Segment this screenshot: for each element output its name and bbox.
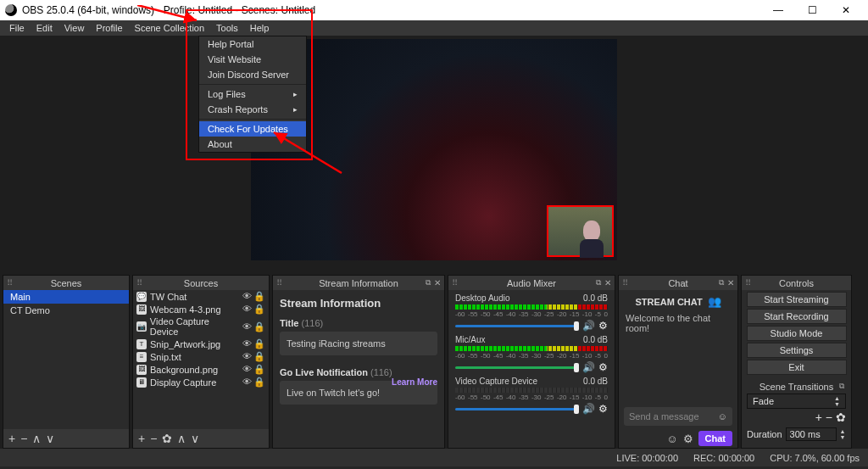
- duration-input[interactable]: [786, 427, 837, 441]
- maximize-button[interactable]: ☐: [795, 0, 829, 20]
- transition-remove-button[interactable]: −: [826, 410, 832, 424]
- visibility-icon[interactable]: 👁: [242, 291, 252, 302]
- help-menu-help-portal[interactable]: Help Portal: [199, 36, 306, 52]
- popout-icon[interactable]: ⧉: [426, 278, 431, 288]
- scene-add-button[interactable]: +: [8, 432, 15, 445]
- lock-icon[interactable]: 🔒: [253, 364, 265, 375]
- stream-info-header[interactable]: ⠿Stream Information ⧉ ✕: [273, 276, 444, 290]
- visibility-icon[interactable]: 👁: [242, 321, 252, 332]
- menu-help[interactable]: Help: [244, 21, 275, 35]
- visibility-icon[interactable]: 👁: [242, 364, 252, 375]
- controls-header[interactable]: ⠿Controls: [742, 276, 851, 290]
- scenes-list[interactable]: MainCT Demo: [3, 290, 129, 429]
- transition-props-button[interactable]: ✿: [836, 410, 846, 424]
- transition-select[interactable]: Fade ▲▼: [747, 394, 846, 409]
- menu-file[interactable]: File: [3, 21, 31, 35]
- start-recording-button[interactable]: Start Recording: [747, 309, 847, 324]
- settings-button[interactable]: Settings: [747, 343, 847, 358]
- speaker-icon[interactable]: 🔊: [582, 361, 595, 373]
- exit-button[interactable]: Exit: [747, 360, 847, 375]
- chat-settings-button[interactable]: ⚙: [683, 433, 693, 445]
- lock-icon[interactable]: 🔒: [253, 321, 265, 332]
- scene-row[interactable]: CT Demo: [3, 304, 129, 317]
- source-props-button[interactable]: ✿: [162, 432, 172, 445]
- popout-icon[interactable]: ⧉: [839, 382, 844, 391]
- help-menu-visit-website[interactable]: Visit Website: [199, 52, 306, 67]
- transition-add-button[interactable]: +: [815, 410, 822, 424]
- people-icon[interactable]: 👥: [708, 295, 721, 308]
- chat-header[interactable]: ⠿Chat ⧉ ✕: [619, 276, 737, 290]
- webcam-overlay[interactable]: [547, 205, 614, 257]
- source-row[interactable]: 📷Video Capture Device👁🔒: [133, 315, 269, 338]
- scene-remove-button[interactable]: −: [20, 432, 27, 445]
- menu-scene-collection[interactable]: Scene Collection: [129, 21, 211, 35]
- menu-edit[interactable]: Edit: [31, 21, 58, 35]
- source-add-button[interactable]: +: [138, 432, 145, 445]
- studio-mode-button[interactable]: Studio Mode: [747, 326, 847, 341]
- visibility-icon[interactable]: 👁: [242, 338, 252, 349]
- help-menu-check-for-updates[interactable]: Check For Updates: [199, 121, 306, 137]
- source-row[interactable]: 🖼Background.png👁🔒: [133, 363, 269, 376]
- close-icon[interactable]: ✕: [434, 278, 441, 288]
- chat-send-button[interactable]: Chat: [698, 431, 732, 446]
- duration-spinner[interactable]: ▲▼: [840, 428, 846, 440]
- menu-view[interactable]: View: [58, 21, 91, 35]
- learn-more-link[interactable]: Learn More: [392, 377, 437, 387]
- preview-area[interactable]: [0, 36, 868, 272]
- help-menu-log-files[interactable]: Log Files▸: [199, 87, 306, 102]
- volume-slider[interactable]: [455, 366, 579, 369]
- start-streaming-button[interactable]: Start Streaming: [747, 292, 847, 307]
- lock-icon[interactable]: 🔒: [253, 377, 265, 388]
- sources-header[interactable]: ⠿Sources: [133, 276, 269, 290]
- source-up-button[interactable]: ∧: [177, 432, 186, 445]
- volume-slider[interactable]: [455, 325, 579, 327]
- lock-icon[interactable]: 🔒: [253, 291, 265, 302]
- sources-list[interactable]: 💬TW Chat👁🔒🖼Webcam 4-3.png👁🔒📷Video Captur…: [133, 290, 269, 429]
- volume-slider[interactable]: [455, 408, 579, 410]
- controls-body: Start StreamingStart RecordingStudio Mod…: [742, 290, 851, 448]
- speaker-icon[interactable]: 🔊: [582, 320, 595, 332]
- lock-icon[interactable]: 🔒: [253, 338, 265, 349]
- gear-icon[interactable]: ⚙: [598, 403, 608, 415]
- visibility-icon[interactable]: 👁: [242, 351, 252, 362]
- source-row[interactable]: TSnip_Artwork.jpg👁🔒: [133, 338, 269, 350]
- channel-db: 0.0 dB: [583, 377, 608, 386]
- emoji-icon[interactable]: ☺: [718, 411, 727, 422]
- source-row[interactable]: 🖼Webcam 4-3.png👁🔒: [133, 303, 269, 315]
- close-icon[interactable]: ✕: [727, 278, 734, 288]
- mixer-header[interactable]: ⠿Audio Mixer ⧉ ✕: [448, 276, 615, 290]
- source-down-button[interactable]: ∨: [191, 432, 199, 445]
- close-icon[interactable]: ✕: [604, 278, 611, 288]
- source-type-icon: ≡: [136, 352, 147, 362]
- close-button[interactable]: ✕: [829, 0, 863, 20]
- minimize-button[interactable]: —: [761, 0, 795, 20]
- scene-up-button[interactable]: ∧: [32, 432, 41, 445]
- channel-db: 0.0 dB: [583, 293, 608, 303]
- menu-profile[interactable]: Profile: [90, 21, 128, 35]
- scenes-header[interactable]: ⠿Scenes: [3, 276, 129, 290]
- popout-icon[interactable]: ⧉: [596, 278, 601, 288]
- visibility-icon[interactable]: 👁: [242, 304, 252, 315]
- scene-down-button[interactable]: ∨: [46, 432, 54, 445]
- source-row[interactable]: 💬TW Chat👁🔒: [133, 290, 269, 303]
- title-field[interactable]: Testing iRacing streams: [280, 332, 437, 355]
- source-row[interactable]: ≡Snip.txt👁🔒: [133, 350, 269, 363]
- visibility-icon[interactable]: 👁: [242, 377, 252, 388]
- gear-icon[interactable]: ⚙: [598, 320, 608, 332]
- source-row[interactable]: 🖥Display Capture👁🔒: [133, 376, 269, 388]
- emote-button[interactable]: ☺: [666, 433, 677, 445]
- scene-row[interactable]: Main: [3, 290, 129, 304]
- chat-input[interactable]: Send a message ☺: [624, 407, 732, 426]
- lock-icon[interactable]: 🔒: [253, 351, 265, 362]
- mixer-channel: Mic/Aux0.0 dB-60-55-50-45-40-35-30-25-20…: [448, 332, 615, 373]
- menu-tools[interactable]: Tools: [210, 21, 244, 35]
- select-spinner[interactable]: ▲▼: [834, 395, 840, 407]
- gear-icon[interactable]: ⚙: [598, 361, 608, 373]
- help-menu-about[interactable]: About: [199, 137, 306, 152]
- speaker-icon[interactable]: 🔊: [582, 403, 595, 415]
- source-remove-button[interactable]: −: [150, 432, 157, 445]
- help-menu-join-discord-server[interactable]: Join Discord Server: [199, 67, 306, 82]
- lock-icon[interactable]: 🔒: [253, 304, 265, 315]
- popout-icon[interactable]: ⧉: [719, 278, 724, 288]
- help-menu-crash-reports[interactable]: Crash Reports▸: [199, 102, 306, 117]
